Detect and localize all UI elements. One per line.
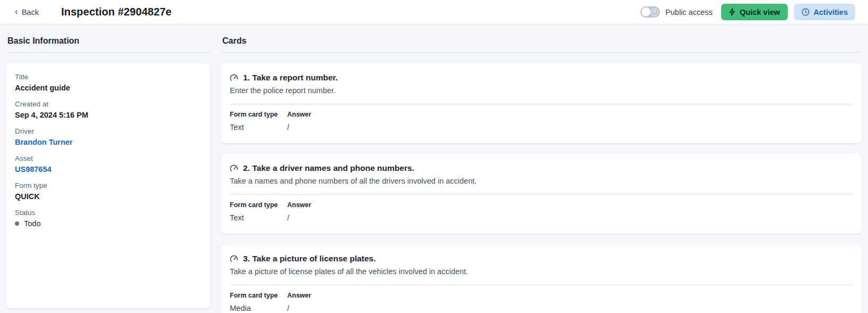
card-title: 2. Take a driver names and phone numbers… (243, 163, 414, 173)
answer-value: / (287, 213, 853, 222)
field-value: Sep 4, 2024 5:16 PM (15, 111, 202, 119)
quick-view-button[interactable]: Quick view (721, 4, 788, 20)
lightning-bolt-icon (729, 8, 736, 16)
field-asset: Asset US987654 (15, 154, 202, 174)
answer-value: / (287, 304, 853, 312)
status-text: Todo (24, 219, 40, 228)
card-table: Form card type Text Answer / (230, 111, 853, 131)
form-card-type-value: Text (230, 213, 287, 222)
field-label: Asset (15, 154, 202, 162)
field-driver: Driver Brandon Turner (15, 127, 202, 146)
field-label: Form type (15, 182, 202, 190)
card-title-row: 2. Take a driver names and phone numbers… (230, 163, 853, 173)
card-description: Enter the police report number. (230, 86, 853, 95)
basic-information-heading: Basic Information (6, 35, 210, 52)
card-title-row: 3. Take a picture of license plates. (230, 254, 853, 263)
column-header-answer: Answer (287, 292, 853, 299)
card-title: 3. Take a picture of license plates. (243, 254, 376, 263)
field-created-at: Created at Sep 4, 2024 5:16 PM (15, 100, 202, 119)
field-label: Status (15, 209, 202, 217)
card-table: Form card type Media Answer / (230, 292, 853, 312)
gauge-icon (230, 74, 238, 83)
answer-value: / (287, 123, 853, 131)
status-badge: Todo (15, 219, 202, 228)
card-divider (230, 194, 853, 195)
form-card-type-value: Text (230, 123, 287, 131)
card-divider (230, 104, 853, 104)
form-card-type-value: Media (230, 304, 287, 312)
section-divider (6, 52, 210, 53)
asset-link[interactable]: US987654 (15, 165, 202, 174)
form-card-2: 2. Take a driver names and phone numbers… (221, 154, 862, 234)
field-form-type: Form type QUICK (15, 182, 202, 201)
back-button[interactable]: ‹ Back (15, 7, 39, 17)
cards-heading: Cards (221, 35, 862, 52)
card-title: 1. Take a report number. (243, 73, 338, 83)
driver-link[interactable]: Brandon Turner (15, 138, 202, 146)
public-access-toggle[interactable]: ✕ (640, 6, 660, 18)
column-header-form-card-type: Form card type (230, 201, 287, 209)
field-value: QUICK (15, 192, 202, 201)
column-header-answer: Answer (287, 111, 853, 118)
quick-view-label: Quick view (740, 8, 780, 17)
back-label: Back (22, 8, 39, 17)
form-card-1: 1. Take a report number. Enter the polic… (221, 63, 862, 143)
field-label: Created at (15, 100, 202, 108)
top-bar-actions: ✕ Public access Quick view Activities (640, 4, 855, 20)
card-description: Take a picture of license plates of all … (230, 267, 853, 276)
form-card-3: 3. Take a picture of license plates. Tak… (221, 244, 862, 313)
gauge-icon (230, 255, 238, 263)
field-title: Title Accident guide (15, 73, 202, 92)
activities-label: Activities (814, 8, 848, 17)
column-header-form-card-type: Form card type (230, 111, 287, 118)
field-status: Status Todo (15, 209, 202, 228)
field-label: Driver (15, 127, 202, 135)
toggle-knob (641, 7, 650, 17)
card-description: Take a names and phone numbers of all th… (230, 177, 853, 185)
toggle-off-x-icon: ✕ (651, 9, 658, 16)
gauge-icon (230, 164, 238, 173)
clock-icon (802, 8, 809, 16)
status-dot-icon (15, 221, 19, 226)
basic-information-column: Basic Information Title Accident guide C… (6, 35, 210, 313)
card-divider (230, 285, 853, 285)
activities-button[interactable]: Activities (794, 4, 855, 20)
chevron-left-icon: ‹ (15, 7, 18, 16)
field-value: Accident guide (15, 84, 202, 92)
field-label: Title (15, 73, 202, 81)
top-bar: ‹ Back Inspection #2904827e ✕ Public acc… (0, 0, 868, 24)
column-header-answer: Answer (287, 201, 853, 209)
basic-information-panel: Title Accident guide Created at Sep 4, 2… (6, 63, 210, 308)
card-title-row: 1. Take a report number. (230, 73, 853, 83)
column-header-form-card-type: Form card type (230, 292, 287, 299)
page-title: Inspection #2904827e (61, 6, 172, 18)
content-area: Basic Information Title Accident guide C… (0, 24, 868, 313)
cards-column: Cards 1. Take a report number. Enter the… (221, 35, 862, 313)
section-divider (221, 52, 862, 53)
public-access-label: Public access (665, 8, 713, 17)
card-table: Form card type Text Answer / (230, 201, 853, 222)
